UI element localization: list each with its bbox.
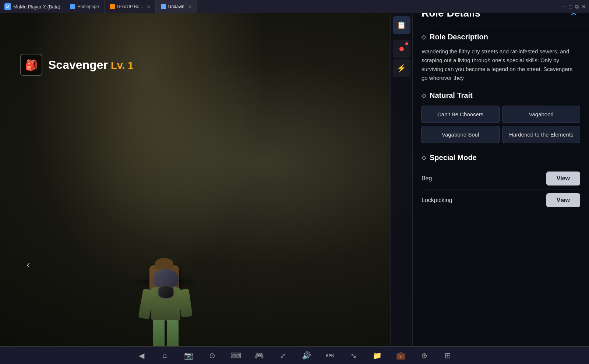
trait-btn-2[interactable]: Vagabond Soul [422,126,500,143]
char-hood [153,269,179,287]
tab-undawn[interactable]: Undawn ✕ [156,0,197,13]
char-mask [158,286,174,298]
taskbar-back[interactable]: ◀ [135,349,148,362]
tab-favicon-undawn [161,4,166,9]
minimize-btn[interactable]: ─ [562,4,566,10]
tab-gearup[interactable]: GearUP Bo... ✕ [105,0,156,13]
tab-label-undawn: Undawn [168,4,184,9]
description-text: Wandering the filthy city streets and ra… [422,47,580,82]
taskbar-volume[interactable]: 🔊 [300,349,313,362]
doc-icon: 📋 [397,21,406,29]
taskbar-keyboard[interactable]: ⌨ [229,349,242,362]
view-btn-0[interactable]: View [546,172,580,185]
close-window-btn[interactable]: ✕ [582,4,586,10]
diamond-icon-1: ◇ [422,33,426,40]
trait-btn-1[interactable]: Vagabond [502,106,581,123]
natural-trait-heading: Natural Trait [430,91,473,100]
tab-label-gearup: GearUP Bo... [117,4,143,9]
mode-name-0: Beg [422,175,432,182]
trait-btn-0[interactable]: Can't Be Choosers [422,106,500,123]
restore-btn[interactable]: ⧉ [575,4,579,10]
special-mode-section-title: ◇ Special Mode [422,153,580,162]
trait-grid: Can't Be Choosers Vagabond Vagabond Soul… [422,106,580,143]
bolt-icon: ⚡ [397,64,406,73]
special-mode-heading: Special Mode [430,153,477,162]
side-icon-bolt[interactable]: ⚡ [393,59,410,77]
trait-btn-3[interactable]: Hardened to the Elements [502,126,581,143]
taskbar-resize[interactable]: ⤡ [347,349,360,362]
diamond-icon-2: ◇ [422,92,426,99]
side-strip: 📋 ⚡ [390,13,412,346]
role-description-section-title: ◇ Role Description [422,33,580,41]
role-icon: 🎒 [20,54,42,76]
mode-row-1: Lockpicking View [422,190,580,211]
taskbar-gamepad[interactable]: ⊙ [205,349,219,362]
character-display [55,35,276,311]
natural-trait-section: ◇ Natural Trait Can't Be Choosers Vagabo… [422,91,580,143]
tab-label-homepage: Homepage [77,4,99,9]
title-bar-controls: ─ □ ⧉ ✕ [560,4,589,10]
view-btn-1[interactable]: View [546,193,580,207]
taskbar-controller[interactable]: 🎮 [253,349,266,362]
title-bar: M MuMu Player X (Beta) Homepage GearUP B… [0,0,589,13]
role-description-heading: Role Description [430,33,488,41]
character-figure [107,59,225,287]
right-panel: Role Details ✕ ◇ Role Description Wander… [412,0,589,364]
taskbar-multi[interactable]: ⊞ [441,349,454,362]
diamond-icon-3: ◇ [422,154,426,161]
back-arrow-btn[interactable]: ‹ [20,257,36,273]
taskbar-apk[interactable]: APK [323,349,336,362]
tabs-area: Homepage GearUP Bo... ✕ Undawn ✕ [65,0,560,13]
char-leg-left [153,320,165,346]
side-icon-doc[interactable]: 📋 [393,16,410,34]
app-logo: M MuMu Player X (Beta) [0,3,65,10]
panel-content: ◇ Role Description Wandering the filthy … [413,25,589,364]
tab-favicon-home [70,4,75,9]
app-name: MuMu Player X (Beta) [13,4,60,10]
taskbar-location[interactable]: ⊕ [417,349,431,362]
maximize-btn[interactable]: □ [569,4,572,10]
alert-dot [399,47,404,51]
tab-close-gearup[interactable]: ✕ [147,4,150,9]
tab-homepage[interactable]: Homepage [65,0,105,13]
taskbar-home[interactable]: ⌂ [158,349,172,362]
role-icon-glyph: 🎒 [25,59,38,71]
natural-trait-section-title: ◇ Natural Trait [422,91,580,100]
char-leg-right [167,320,179,346]
side-icon-alert[interactable] [393,40,410,58]
tab-close-undawn[interactable]: ✕ [188,4,191,9]
side-divider-1 [395,37,408,37]
taskbar-folder[interactable]: 📁 [370,349,384,362]
taskbar-rotate[interactable]: ⤢ [276,349,289,362]
taskbar-wallet[interactable]: 💼 [394,349,407,362]
taskbar: ◀ ⌂ 📷 ⊙ ⌨ 🎮 ⤢ 🔊 APK ⤡ 📁 💼 ⊕ ⊞ [0,346,589,364]
special-mode-section: ◇ Special Mode Beg View Lockpicking View [422,153,580,211]
mode-name-1: Lockpicking [422,197,452,204]
app-icon: M [4,3,11,10]
tab-favicon-gearup [110,4,115,9]
taskbar-camera[interactable]: 📷 [182,349,195,362]
mode-row-0: Beg View [422,168,580,190]
